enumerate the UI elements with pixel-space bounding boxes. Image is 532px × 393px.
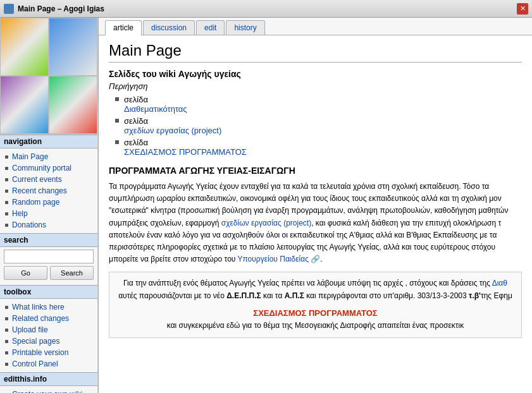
tab-discussion[interactable]: discussion [143,20,195,35]
tab-edit[interactable]: edit [196,20,225,35]
big-header: ΠΡΟΓΡΑΜΜΑΤΑ ΑΓΩΓΗΣ ΥΓΕΙΑΣ-ΕΙΣΑΓΩΓΗ [109,166,522,176]
tabs-bar: article discussion edit history [99,18,532,35]
nav-dot [5,329,8,332]
aps-bold: Α.Π.Σ [285,291,304,300]
nav-dot [5,363,8,366]
nav-dot [5,190,8,193]
bullet-icon [115,97,119,101]
centered-text-2: και συγκεκριμένα εδώ για το θέμα της Μεσ… [114,320,516,332]
sidebar-item-create-wiki[interactable]: Create your own wiki [0,389,97,393]
sidebar-image-4 [49,76,97,134]
sidebar-link-related-changes[interactable]: Related changes [12,314,69,323]
prog-footer-label: ΣΧΕΔΙΑΣΜΟΣ ΠΡΟΓΡΑΜΜΑΤΟΣ [253,308,377,318]
sidebar-item-random-page[interactable]: Random page [0,196,97,208]
sidebar-item-main-page[interactable]: Main Page [0,151,97,162]
sidebar-link-donations[interactable]: Donations [12,221,46,229]
body-text-1: Τα προγράμματα Αγωγής Υγείας έχουν ενταχ… [109,181,522,265]
sidebar-link-help[interactable]: Help [12,209,28,218]
sidebar-item-what-links-here[interactable]: What links here [0,301,97,313]
window-bar: Main Page – Agogi Igias ✕ [0,0,532,18]
bullet-list: σελίδα Διαθεματικότητας σελίδα σχεδίων ε… [115,95,522,157]
sidebar-item-related-changes[interactable]: Related changes [0,313,97,324]
bullet-item-1: σελίδα Διαθεματικότητας [115,95,522,114]
article-content: Main Page Σελίδες του wiki Αγωγής υγείας… [99,35,532,344]
sidebar-item-community-portal[interactable]: Community portal [0,162,97,174]
diath-link[interactable]: Διαθ [492,279,507,287]
sidebar-item-donations[interactable]: Donations [0,219,97,231]
bullet-icon [115,140,119,144]
sidebar-images [0,18,97,135]
nav-section-editthis: editthis.info [0,372,97,386]
sidebar-link-what-links-here[interactable]: What links here [12,303,65,311]
main-layout: navigation Main Page Community portal Cu… [0,18,532,393]
tab-history[interactable]: history [226,20,264,35]
nav-dot [5,167,8,170]
sidebar-link-random-page[interactable]: Random page [12,198,59,207]
tb-bold: τ.β' [469,291,481,300]
nav-dot [5,340,8,343]
nav-section-navigation: navigation [0,135,97,148]
sidebar-item-control-panel[interactable]: Control Panel [0,358,97,370]
nav-dot [5,178,8,181]
sidebar-item-special-pages[interactable]: Special pages [0,336,97,347]
window-icon [4,4,14,14]
search-input[interactable] [4,250,94,263]
inline-link-ministry[interactable]: Υπουργείου Παιδείας [237,255,308,263]
bullet-link-3[interactable]: ΣΧΕΔΙΑΣΜΟΣ ΠΡΟΓΡΑΜΜΑΤΟΣ [124,147,247,157]
sidebar-item-recent-changes[interactable]: Recent changes [0,185,97,196]
nav-items-navigation: Main Page Community portal Current event… [0,148,97,233]
bullet-text-1: σελίδα Διαθεματικότητας [124,95,187,114]
inline-link-project[interactable]: σχεδίων εργασίας (project) [221,219,311,227]
content-area: article discussion edit history Main Pag… [98,18,532,393]
search-box: Go Search [0,247,97,285]
section-subtitle-1: Περιήγηση [109,82,522,91]
go-button[interactable]: Go [4,266,47,280]
bullet-text-3: σελίδα ΣΧΕΔΙΑΣΜΟΣ ΠΡΟΓΡΑΜΜΑΤΟΣ [124,138,247,157]
centered-box: Για την ανάπτυξη ενός θέματος Αγωγής Υγε… [109,272,522,337]
sidebar-image-2 [49,18,97,76]
sidebar-link-community-portal[interactable]: Community portal [12,164,71,172]
sidebar-link-special-pages[interactable]: Special pages [12,337,59,346]
nav-dot [5,306,8,309]
section-title-1: Σελίδες του wiki Αγωγής υγείας [109,69,522,79]
nav-section-search: search [0,233,97,247]
nav-dot [5,224,8,227]
sidebar: navigation Main Page Community portal Cu… [0,18,98,393]
nav-dot [5,317,8,320]
page-title: Main Page [109,42,522,63]
sidebar-link-printable-version[interactable]: Printable version [12,348,68,357]
nav-items-toolbox: What links here Related changes Upload f… [0,299,97,372]
nav-dot [5,155,8,159]
bullet-item-3: σελίδα ΣΧΕΔΙΑΣΜΟΣ ΠΡΟΓΡΑΜΜΑΤΟΣ [115,138,522,157]
sidebar-link-main-page[interactable]: Main Page [12,152,48,161]
search-button[interactable]: Search [50,266,94,280]
nav-section-toolbox: toolbox [0,285,97,299]
sidebar-item-help[interactable]: Help [0,208,97,219]
centered-text-1: Για την ανάπτυξη ενός θέματος Αγωγής Υγε… [114,277,516,301]
bullet-text-2: σελίδα σχεδίων εργασίας (project) [124,116,221,135]
sidebar-item-printable-version[interactable]: Printable version [0,347,97,358]
sidebar-link-current-events[interactable]: Current events [12,175,62,184]
bullet-item-2: σελίδα σχεδίων εργασίας (project) [115,116,522,135]
sidebar-image-1 [0,18,49,76]
sidebar-image-3 [0,76,49,134]
sidebar-link-control-panel[interactable]: Control Panel [12,360,58,368]
bullet-link-1[interactable]: Διαθεματικότητας [124,104,187,114]
sidebar-item-upload-file[interactable]: Upload file [0,324,97,336]
nav-items-editthis: Create your own wiki [0,386,97,393]
close-button[interactable]: ✕ [517,3,528,15]
nav-dot [5,351,8,354]
sidebar-link-upload-file[interactable]: Upload file [12,325,48,334]
nav-dot [5,212,8,215]
depps-bold: Δ.Ε.Π.Π.Σ [226,291,261,300]
nav-dot [5,201,8,204]
sidebar-item-current-events[interactable]: Current events [0,174,97,185]
centered-prog-footer: ΣΧΕΔΙΑΣΜΟΣ ΠΡΟΓΡΑΜΜΑΤΟΣ [114,307,516,320]
bullet-link-2[interactable]: σχεδίων εργασίας (project) [124,126,221,135]
sidebar-link-recent-changes[interactable]: Recent changes [12,186,67,195]
window-title: Main Page – Agogi Igias [18,4,513,13]
tab-article[interactable]: article [105,20,142,35]
bullet-icon [115,119,119,123]
search-buttons: Go Search [4,266,94,280]
sidebar-link-create-wiki[interactable]: Create your own wiki [12,390,82,393]
